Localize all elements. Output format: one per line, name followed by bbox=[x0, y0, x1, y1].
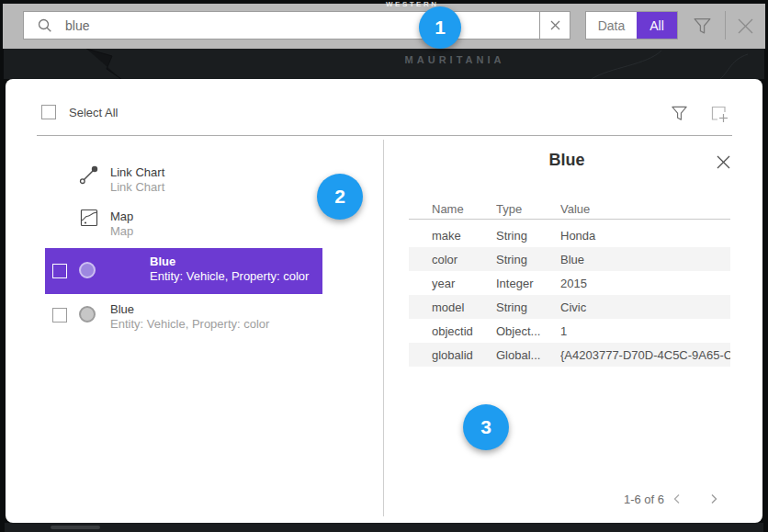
results-filter-button[interactable] bbox=[667, 101, 691, 125]
add-to-selection-button[interactable] bbox=[706, 101, 731, 125]
select-all-checkbox[interactable] bbox=[41, 105, 56, 119]
result-item-selected[interactable]: Blue Entity: Vehicle, Property: color bbox=[45, 248, 322, 294]
table-row: objectid Object... 1 bbox=[409, 319, 730, 343]
result-item-subtitle: Map bbox=[110, 224, 133, 238]
close-search-button[interactable] bbox=[731, 13, 759, 39]
entity-circle-icon bbox=[79, 306, 96, 323]
search-toolbar: WESTERN Data All bbox=[3, 4, 765, 49]
cell-type: Global... bbox=[496, 348, 560, 362]
filter-button[interactable] bbox=[688, 14, 716, 39]
cell-type: String bbox=[496, 253, 560, 266]
cell-name: make bbox=[432, 229, 496, 243]
x-icon bbox=[716, 154, 731, 170]
column-header: Name bbox=[432, 202, 496, 216]
result-item-subtitle: Entity: Vehicle, Property: color bbox=[150, 269, 309, 283]
result-item-title[interactable]: Map bbox=[110, 209, 133, 223]
table-row: color String Blue bbox=[409, 247, 730, 271]
link-chart-icon bbox=[78, 164, 100, 186]
cell-type: String bbox=[496, 229, 560, 243]
next-page-button[interactable] bbox=[706, 491, 722, 507]
item-checkbox[interactable] bbox=[52, 264, 67, 278]
select-all-label: Select All bbox=[69, 106, 118, 119]
cell-type: Object... bbox=[496, 324, 560, 338]
pagination-label: 1-6 of 6 bbox=[572, 492, 664, 506]
map-label-smudge bbox=[51, 526, 100, 529]
table-row: model String Civic bbox=[409, 295, 730, 319]
search-results-panel: Select All Link Chart Link Chart Map Map… bbox=[6, 79, 762, 523]
scope-all-button[interactable]: All bbox=[637, 12, 677, 39]
result-item-title[interactable]: Blue bbox=[110, 302, 134, 316]
table-header-divider bbox=[409, 219, 730, 220]
chevron-right-icon bbox=[707, 492, 720, 505]
cell-type: Integer bbox=[496, 277, 560, 290]
result-item-subtitle: Entity: Vehicle, Property: color bbox=[110, 317, 269, 331]
cell-value: Blue bbox=[560, 253, 730, 266]
cell-name: year bbox=[432, 277, 496, 290]
chevron-left-icon bbox=[671, 492, 683, 505]
map-background: MAURITANIA bbox=[4, 49, 764, 79]
clear-search-button[interactable] bbox=[539, 12, 570, 39]
map-label-mauritania: MAURITANIA bbox=[349, 54, 560, 65]
map-label-western: WESTERN bbox=[386, 0, 439, 8]
add-to-selection-icon bbox=[708, 103, 729, 124]
result-item-title[interactable]: Link Chart bbox=[110, 165, 164, 179]
details-title: Blue bbox=[403, 151, 730, 170]
item-checkbox[interactable] bbox=[52, 308, 67, 323]
cell-name: globalid bbox=[432, 348, 496, 362]
result-item-title[interactable]: Blue bbox=[150, 255, 175, 268]
table-row: make String Honda bbox=[409, 223, 730, 247]
search-input[interactable] bbox=[65, 18, 539, 33]
callout-badge-2: 2 bbox=[317, 174, 363, 220]
cell-value: 2015 bbox=[560, 277, 730, 290]
callout-badge-1: 1 bbox=[419, 6, 461, 49]
cell-value: Honda bbox=[560, 229, 730, 243]
entity-circle-icon bbox=[79, 262, 96, 278]
funnel-icon bbox=[692, 16, 713, 37]
cell-type: String bbox=[496, 300, 560, 314]
previous-page-button[interactable] bbox=[669, 491, 685, 507]
cell-value: 1 bbox=[560, 324, 730, 338]
search-box[interactable] bbox=[23, 11, 570, 40]
toolbar-divider bbox=[725, 11, 726, 40]
callout-badge-3: 3 bbox=[463, 404, 509, 450]
x-icon bbox=[736, 17, 755, 36]
cell-name: model bbox=[432, 300, 496, 314]
search-icon bbox=[37, 17, 53, 34]
x-icon bbox=[549, 19, 561, 31]
table-row: globalid Global... {A4203777-D70D-4C5C-9… bbox=[409, 343, 730, 367]
map-icon bbox=[80, 209, 98, 227]
cell-name: objectid bbox=[432, 324, 496, 338]
attribute-table-header: Name Type Value bbox=[409, 198, 730, 219]
cell-name: color bbox=[432, 253, 496, 266]
map-background-bottom bbox=[5, 523, 763, 532]
funnel-icon bbox=[670, 104, 689, 123]
result-item-subtitle: Link Chart bbox=[110, 180, 164, 194]
details-close-button[interactable] bbox=[712, 151, 734, 173]
column-header: Value bbox=[560, 202, 730, 216]
panel-header-divider bbox=[37, 135, 732, 136]
panel-vertical-divider bbox=[383, 140, 384, 516]
cell-value: {A4203777-D70D-4C5C-9A65-C... bbox=[560, 348, 730, 362]
cell-value: Civic bbox=[560, 300, 730, 314]
scope-data-button[interactable]: Data bbox=[586, 12, 637, 39]
table-row: year Integer 2015 bbox=[409, 271, 730, 295]
column-header: Type bbox=[496, 202, 560, 216]
attribute-table: Name Type Value make String Honda color … bbox=[409, 198, 730, 367]
scope-toggle: Data All bbox=[585, 11, 678, 40]
